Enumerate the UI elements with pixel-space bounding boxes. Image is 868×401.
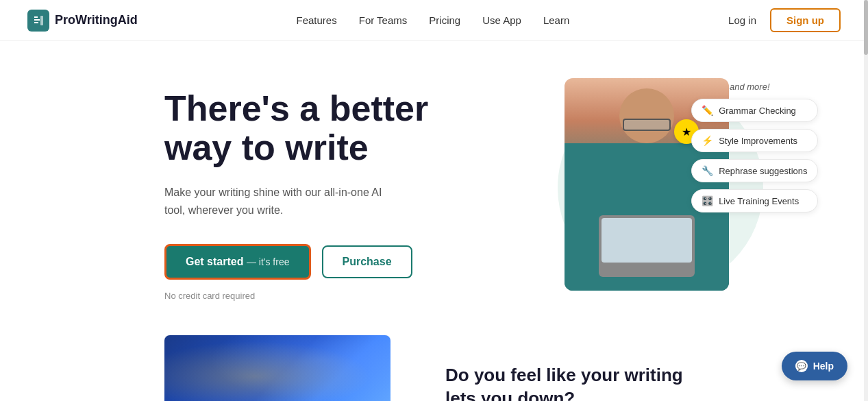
login-button[interactable]: Log in — [728, 14, 756, 26]
laptop-illustration — [599, 215, 695, 277]
scrollbar-thumb[interactable] — [864, 0, 868, 55]
nav-pricing[interactable]: Pricing — [429, 14, 460, 26]
nav-features[interactable]: Features — [297, 14, 337, 26]
pill-rephrase: 🔧 Rephrase suggestions — [691, 159, 817, 182]
bottom-artwork — [164, 335, 390, 401]
signup-button[interactable]: Sign up — [770, 8, 841, 32]
free-label: — it's free — [247, 256, 290, 267]
nav-use-app[interactable]: Use App — [482, 14, 521, 26]
pill-grammar: ✏️ Grammar Checking — [691, 99, 817, 122]
laptop-screen — [602, 218, 692, 263]
hero-subtitle: Make your writing shine with our all-in-… — [164, 184, 397, 219]
training-icon: 🎛️ — [702, 195, 713, 206]
hero-section: There's a better way to write Make your … — [0, 41, 868, 321]
style-icon: ⚡ — [702, 135, 713, 146]
bottom-tagline-area: Do you feel like your writing lets you d… — [445, 335, 706, 401]
feature-pills: ✏️ Grammar Checking ⚡ Style Improvements… — [691, 99, 817, 212]
scrollbar[interactable] — [864, 0, 868, 401]
help-label: Help — [813, 361, 834, 372]
pill-style: ⚡ Style Improvements — [691, 129, 817, 152]
navbar-actions: Log in Sign up — [728, 8, 841, 32]
person-head — [619, 88, 674, 143]
pill-grammar-label: Grammar Checking — [719, 106, 796, 116]
starry-night-art — [164, 335, 390, 401]
hero-left: There's a better way to write Make your … — [164, 75, 493, 301]
logo[interactable]: ProWritingAid — [27, 10, 138, 32]
logo-text: ProWritingAid — [55, 13, 138, 27]
navbar: ProWritingAid Features For Teams Pricing… — [0, 0, 868, 41]
help-button[interactable]: 💬 Help — [782, 352, 847, 380]
more-label: ...and more! — [722, 82, 769, 92]
hero-illustration: ★ ...and more! ✏️ Grammar Checking ⚡ Sty… — [523, 78, 811, 297]
rephrase-icon: 🔧 — [702, 165, 713, 176]
get-started-button[interactable]: Get started — it's free — [164, 244, 311, 280]
help-chat-icon: 💬 — [795, 360, 808, 372]
hero-right: ★ ...and more! ✏️ Grammar Checking ⚡ Sty… — [493, 75, 841, 301]
hero-cta: Get started — it's free Purchase — [164, 244, 493, 280]
nav-teams[interactable]: For Teams — [359, 14, 408, 26]
bottom-tagline: Do you feel like your writing lets you d… — [445, 364, 706, 401]
no-credit-text: No credit card required — [164, 291, 493, 301]
nav-learn[interactable]: Learn — [543, 14, 569, 26]
logo-icon — [27, 10, 49, 32]
bottom-section: Do you feel like your writing lets you d… — [0, 335, 868, 401]
pill-rephrase-label: Rephrase suggestions — [719, 166, 807, 176]
pill-training-label: Live Training Events — [719, 196, 799, 206]
grammar-icon: ✏️ — [702, 105, 713, 116]
navbar-nav: Features For Teams Pricing Use App Learn — [297, 14, 570, 26]
pill-style-label: Style Improvements — [719, 136, 797, 146]
pill-training: 🎛️ Live Training Events — [691, 189, 817, 212]
hero-title: There's a better way to write — [164, 89, 493, 167]
person-glasses — [623, 119, 671, 131]
purchase-button[interactable]: Purchase — [322, 245, 412, 278]
svg-rect-0 — [40, 16, 43, 25]
